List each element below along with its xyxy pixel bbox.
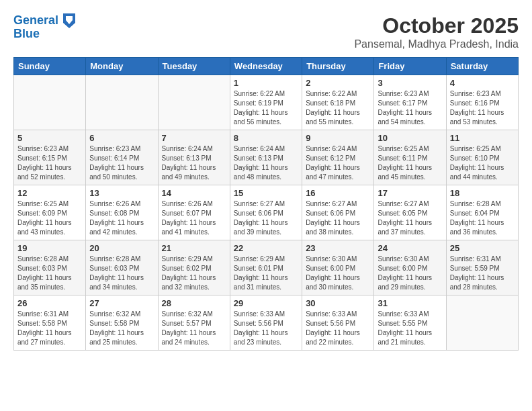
calendar-table: SundayMondayTuesdayWednesdayThursdayFrid… <box>13 57 519 351</box>
day-number: 5 <box>17 133 82 143</box>
calendar-day-cell: 16Sunrise: 6:27 AM Sunset: 6:06 PM Dayli… <box>302 185 374 240</box>
day-number: 7 <box>162 133 226 143</box>
calendar-day-cell: 24Sunrise: 6:30 AM Sunset: 6:00 PM Dayli… <box>374 240 446 295</box>
day-number: 12 <box>17 188 82 198</box>
day-number: 21 <box>162 243 226 253</box>
weekday-header-tuesday: Tuesday <box>158 58 230 75</box>
day-info: Sunrise: 6:22 AM Sunset: 6:19 PM Dayligh… <box>234 89 298 127</box>
weekday-header-wednesday: Wednesday <box>230 58 302 75</box>
calendar-day-cell: 3Sunrise: 6:23 AM Sunset: 6:17 PM Daylig… <box>374 75 446 130</box>
calendar-week-row: 5Sunrise: 6:23 AM Sunset: 6:15 PM Daylig… <box>14 130 519 185</box>
weekday-header-thursday: Thursday <box>302 58 374 75</box>
day-info: Sunrise: 6:27 AM Sunset: 6:05 PM Dayligh… <box>378 199 442 237</box>
day-info: Sunrise: 6:25 AM Sunset: 6:11 PM Dayligh… <box>378 144 442 182</box>
day-number: 11 <box>450 133 515 143</box>
day-number: 14 <box>162 188 226 198</box>
day-number: 19 <box>17 243 82 253</box>
calendar-day-cell: 15Sunrise: 6:27 AM Sunset: 6:06 PM Dayli… <box>230 185 302 240</box>
weekday-header-saturday: Saturday <box>446 58 518 75</box>
calendar-day-cell: 20Sunrise: 6:28 AM Sunset: 6:03 PM Dayli… <box>86 240 158 295</box>
day-info: Sunrise: 6:33 AM Sunset: 5:56 PM Dayligh… <box>234 310 298 347</box>
header: General Blue October 2025 Pansemal, Madh… <box>13 13 519 50</box>
day-info: Sunrise: 6:32 AM Sunset: 5:57 PM Dayligh… <box>162 310 226 347</box>
day-info: Sunrise: 6:28 AM Sunset: 6:04 PM Dayligh… <box>450 199 515 237</box>
day-number: 27 <box>89 298 154 308</box>
logo-text: General <box>13 13 75 28</box>
calendar-day-cell: 30Sunrise: 6:33 AM Sunset: 5:56 PM Dayli… <box>302 295 374 351</box>
day-info: Sunrise: 6:29 AM Sunset: 6:01 PM Dayligh… <box>234 255 298 292</box>
calendar-day-cell: 26Sunrise: 6:31 AM Sunset: 5:58 PM Dayli… <box>14 295 86 351</box>
calendar-day-cell: 28Sunrise: 6:32 AM Sunset: 5:57 PM Dayli… <box>158 295 230 351</box>
calendar-day-cell: 25Sunrise: 6:31 AM Sunset: 5:59 PM Dayli… <box>446 240 518 295</box>
day-info: Sunrise: 6:31 AM Sunset: 5:58 PM Dayligh… <box>17 310 82 347</box>
calendar-week-row: 1Sunrise: 6:22 AM Sunset: 6:19 PM Daylig… <box>14 75 519 130</box>
weekday-header-monday: Monday <box>86 58 158 75</box>
day-number: 29 <box>234 298 298 308</box>
calendar-day-cell: 6Sunrise: 6:23 AM Sunset: 6:14 PM Daylig… <box>86 130 158 185</box>
day-number: 26 <box>17 298 82 308</box>
day-info: Sunrise: 6:32 AM Sunset: 5:58 PM Dayligh… <box>89 310 154 347</box>
day-number: 23 <box>306 243 370 253</box>
day-number: 9 <box>306 133 370 143</box>
day-number: 28 <box>162 298 226 308</box>
day-number: 25 <box>450 243 515 253</box>
day-number: 3 <box>378 78 442 88</box>
calendar-day-cell: 19Sunrise: 6:28 AM Sunset: 6:03 PM Dayli… <box>14 240 86 295</box>
day-info: Sunrise: 6:22 AM Sunset: 6:18 PM Dayligh… <box>306 89 370 127</box>
day-info: Sunrise: 6:26 AM Sunset: 6:08 PM Dayligh… <box>89 199 154 237</box>
day-info: Sunrise: 6:33 AM Sunset: 5:55 PM Dayligh… <box>378 310 442 347</box>
calendar-day-cell: 31Sunrise: 6:33 AM Sunset: 5:55 PM Dayli… <box>374 295 446 351</box>
day-number: 8 <box>234 133 298 143</box>
day-info: Sunrise: 6:23 AM Sunset: 6:14 PM Dayligh… <box>89 144 154 182</box>
day-info: Sunrise: 6:28 AM Sunset: 6:03 PM Dayligh… <box>89 255 154 292</box>
day-number: 4 <box>450 78 515 88</box>
day-number: 24 <box>378 243 442 253</box>
calendar-week-row: 26Sunrise: 6:31 AM Sunset: 5:58 PM Dayli… <box>14 295 519 351</box>
day-info: Sunrise: 6:28 AM Sunset: 6:03 PM Dayligh… <box>17 255 82 292</box>
calendar-day-cell: 11Sunrise: 6:25 AM Sunset: 6:10 PM Dayli… <box>446 130 518 185</box>
calendar-day-cell: 21Sunrise: 6:29 AM Sunset: 6:02 PM Dayli… <box>158 240 230 295</box>
day-info: Sunrise: 6:25 AM Sunset: 6:09 PM Dayligh… <box>17 199 82 237</box>
empty-day-cell <box>158 75 230 130</box>
weekday-header-row: SundayMondayTuesdayWednesdayThursdayFrid… <box>14 58 519 75</box>
day-info: Sunrise: 6:23 AM Sunset: 6:17 PM Dayligh… <box>378 89 442 127</box>
day-info: Sunrise: 6:30 AM Sunset: 6:00 PM Dayligh… <box>306 255 370 292</box>
calendar-day-cell: 4Sunrise: 6:23 AM Sunset: 6:16 PM Daylig… <box>446 75 518 130</box>
day-number: 17 <box>378 188 442 198</box>
weekday-header-friday: Friday <box>374 58 446 75</box>
calendar-day-cell: 18Sunrise: 6:28 AM Sunset: 6:04 PM Dayli… <box>446 185 518 240</box>
day-number: 1 <box>234 78 298 88</box>
calendar-week-row: 12Sunrise: 6:25 AM Sunset: 6:09 PM Dayli… <box>14 185 519 240</box>
day-info: Sunrise: 6:27 AM Sunset: 6:06 PM Dayligh… <box>306 199 370 237</box>
location-title: Pansemal, Madhya Pradesh, India <box>354 38 519 50</box>
day-info: Sunrise: 6:33 AM Sunset: 5:56 PM Dayligh… <box>306 310 370 347</box>
day-number: 31 <box>378 298 442 308</box>
calendar-week-row: 19Sunrise: 6:28 AM Sunset: 6:03 PM Dayli… <box>14 240 519 295</box>
calendar-day-cell: 13Sunrise: 6:26 AM Sunset: 6:08 PM Dayli… <box>86 185 158 240</box>
calendar-day-cell: 1Sunrise: 6:22 AM Sunset: 6:19 PM Daylig… <box>230 75 302 130</box>
day-info: Sunrise: 6:26 AM Sunset: 6:07 PM Dayligh… <box>162 199 226 237</box>
day-info: Sunrise: 6:23 AM Sunset: 6:16 PM Dayligh… <box>450 89 515 127</box>
day-info: Sunrise: 6:25 AM Sunset: 6:10 PM Dayligh… <box>450 144 515 182</box>
calendar-day-cell: 17Sunrise: 6:27 AM Sunset: 6:05 PM Dayli… <box>374 185 446 240</box>
calendar-day-cell: 5Sunrise: 6:23 AM Sunset: 6:15 PM Daylig… <box>14 130 86 185</box>
day-number: 2 <box>306 78 370 88</box>
day-info: Sunrise: 6:23 AM Sunset: 6:15 PM Dayligh… <box>17 144 82 182</box>
calendar-day-cell: 10Sunrise: 6:25 AM Sunset: 6:11 PM Dayli… <box>374 130 446 185</box>
day-info: Sunrise: 6:31 AM Sunset: 5:59 PM Dayligh… <box>450 255 515 292</box>
day-number: 20 <box>89 243 154 253</box>
calendar-day-cell: 22Sunrise: 6:29 AM Sunset: 6:01 PM Dayli… <box>230 240 302 295</box>
day-number: 15 <box>234 188 298 198</box>
calendar-day-cell: 27Sunrise: 6:32 AM Sunset: 5:58 PM Dayli… <box>86 295 158 351</box>
month-title: October 2025 <box>354 13 519 38</box>
day-number: 6 <box>89 133 154 143</box>
day-number: 18 <box>450 188 515 198</box>
day-info: Sunrise: 6:30 AM Sunset: 6:00 PM Dayligh… <box>378 255 442 292</box>
weekday-header-sunday: Sunday <box>14 58 86 75</box>
day-number: 16 <box>306 188 370 198</box>
day-info: Sunrise: 6:27 AM Sunset: 6:06 PM Dayligh… <box>234 199 298 237</box>
calendar-day-cell: 9Sunrise: 6:24 AM Sunset: 6:12 PM Daylig… <box>302 130 374 185</box>
empty-day-cell <box>86 75 158 130</box>
calendar-day-cell: 14Sunrise: 6:26 AM Sunset: 6:07 PM Dayli… <box>158 185 230 240</box>
day-number: 10 <box>378 133 442 143</box>
